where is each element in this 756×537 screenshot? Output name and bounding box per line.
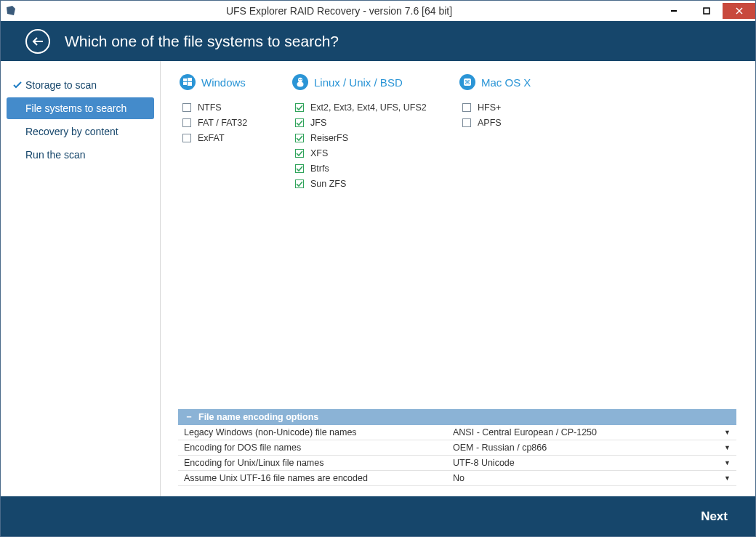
fs-label: XFS: [310, 148, 328, 158]
svg-rect-8: [183, 82, 187, 85]
wizard-header: Which one of the file systems to search?: [1, 21, 755, 61]
app-icon: [5, 5, 17, 17]
encoding-row: Legacy Windows (non-Unicode) file namesA…: [178, 425, 736, 440]
chevron-down-icon: ▼: [724, 459, 731, 467]
fs-checkbox[interactable]: APFS: [459, 116, 590, 130]
group-header: Windows: [180, 74, 292, 90]
encoding-row-value: OEM - Russian / cp866: [453, 443, 547, 453]
group-mac: ⌘ Mac OS X HFS+APFS: [459, 74, 590, 131]
encoding-options-header[interactable]: − File name encoding options: [178, 409, 736, 425]
encoding-row-select[interactable]: OEM - Russian / cp866▼: [447, 440, 736, 455]
group-linux: Linux / Unix / BSD Ext2, Ext3, Ext4, UFS…: [292, 74, 459, 192]
svg-marker-0: [7, 6, 15, 15]
step-label: Recovery by content: [25, 126, 118, 137]
checkbox-icon: [182, 118, 191, 127]
encoding-row-label: Assume Unix UTF-16 file names are encode…: [178, 471, 447, 485]
group-title: Mac OS X: [481, 76, 531, 89]
fs-label: ExFAT: [198, 133, 225, 143]
fs-label: APFS: [478, 118, 502, 128]
encoding-row-select[interactable]: ANSI - Central European / CP-1250▼: [447, 425, 736, 440]
fs-checkbox[interactable]: Btrfs: [292, 161, 459, 176]
encoding-row-value: No: [453, 473, 465, 483]
fs-label: HFS+: [478, 102, 501, 113]
svg-point-13: [301, 79, 302, 80]
minimize-button[interactable]: [657, 3, 690, 19]
fs-checkbox[interactable]: NTFS: [180, 100, 292, 115]
group-title: Windows: [201, 76, 246, 89]
next-button[interactable]: Next: [701, 509, 728, 524]
group-header: Linux / Unix / BSD: [292, 74, 459, 90]
fs-checkbox[interactable]: Ext2, Ext3, Ext4, UFS, UFS2: [292, 100, 459, 115]
windows-icon: [180, 74, 196, 90]
checkbox-icon: [182, 103, 191, 112]
encoding-row-select[interactable]: UTF-8 Unicode▼: [447, 456, 736, 470]
fs-label: Ext2, Ext3, Ext4, UFS, UFS2: [310, 102, 427, 113]
encoding-row: Assume Unix UTF-16 file names are encode…: [178, 471, 736, 486]
encoding-row-label: Encoding for DOS file names: [178, 440, 447, 455]
group-windows: Windows NTFSFAT / FAT32ExFAT: [180, 74, 292, 146]
encoding-row-value: UTF-8 Unicode: [453, 458, 515, 468]
svg-rect-7: [188, 78, 192, 81]
svg-rect-9: [188, 82, 192, 86]
filesystem-groups: Windows NTFSFAT / FAT32ExFAT Linux / Uni…: [161, 61, 755, 409]
fs-label: JFS: [310, 118, 326, 128]
step-storage-to-scan[interactable]: Storage to scan: [7, 74, 154, 96]
encoding-options-title: File name encoding options: [198, 412, 318, 422]
step-label: Run the scan: [25, 149, 86, 161]
fs-label: Btrfs: [310, 163, 329, 174]
fs-checkbox[interactable]: HFS+: [459, 100, 590, 115]
step-recovery-by-content[interactable]: Recovery by content: [7, 121, 154, 142]
svg-point-10: [298, 78, 302, 82]
step-label: File systems to search: [25, 102, 126, 114]
checkbox-icon: [462, 103, 471, 112]
encoding-row: Encoding for DOS file namesOEM - Russian…: [178, 440, 736, 456]
collapse-icon: −: [184, 412, 194, 422]
group-title: Linux / Unix / BSD: [314, 76, 403, 89]
fs-checkbox[interactable]: JFS: [292, 116, 459, 130]
checkbox-icon: [295, 118, 304, 127]
fs-checkbox[interactable]: ExFAT: [180, 131, 292, 145]
titlebar: UFS Explorer RAID Recovery - version 7.6…: [1, 1, 755, 21]
wizard-body: Storage to scan File systems to search R…: [1, 61, 755, 496]
back-button[interactable]: [25, 29, 50, 54]
fs-label: NTFS: [198, 102, 222, 113]
fs-checkbox[interactable]: FAT / FAT32: [180, 116, 292, 130]
checkbox-icon: [295, 179, 304, 188]
step-run-the-scan[interactable]: Run the scan: [7, 144, 154, 166]
checkbox-icon: [295, 103, 304, 112]
svg-rect-6: [183, 78, 187, 81]
mac-icon: ⌘: [459, 74, 475, 90]
linux-icon: [292, 74, 308, 90]
step-label: Storage to scan: [25, 79, 97, 91]
close-button[interactable]: [723, 3, 755, 19]
svg-text:⌘: ⌘: [465, 79, 470, 86]
encoding-row-label: Encoding for Unix/Linux file names: [178, 456, 447, 470]
fs-label: ReiserFS: [310, 133, 348, 143]
chevron-down-icon: ▼: [724, 444, 731, 451]
svg-point-11: [297, 82, 304, 87]
fs-checkbox[interactable]: XFS: [292, 146, 459, 161]
encoding-row: Encoding for Unix/Linux file namesUTF-8 …: [178, 456, 736, 471]
fs-label: Sun ZFS: [310, 179, 346, 189]
window-title: UFS Explorer RAID Recovery - version 7.6…: [21, 5, 657, 17]
step-file-systems[interactable]: File systems to search: [7, 97, 154, 119]
page-title: Which one of the file systems to search?: [65, 33, 339, 50]
encoding-row-select[interactable]: No▼: [447, 471, 736, 485]
chevron-down-icon: ▼: [724, 429, 731, 436]
checkbox-icon: [182, 134, 191, 142]
svg-rect-2: [704, 8, 709, 14]
encoding-row-label: Legacy Windows (non-Unicode) file names: [178, 425, 447, 440]
main-panel: Windows NTFSFAT / FAT32ExFAT Linux / Uni…: [161, 61, 755, 496]
fs-checkbox[interactable]: Sun ZFS: [292, 177, 459, 191]
app-window: UFS Explorer RAID Recovery - version 7.6…: [0, 0, 756, 537]
checkbox-icon: [295, 149, 304, 158]
fs-checkbox[interactable]: ReiserFS: [292, 131, 459, 145]
chevron-down-icon: ▼: [724, 475, 731, 482]
encoding-row-value: ANSI - Central European / CP-1250: [453, 427, 597, 437]
svg-point-12: [299, 79, 299, 80]
fs-label: FAT / FAT32: [198, 118, 247, 128]
checkmark-icon: [12, 80, 25, 90]
wizard-footer: Next: [1, 496, 755, 536]
window-controls: [657, 3, 755, 19]
maximize-button[interactable]: [690, 3, 723, 19]
